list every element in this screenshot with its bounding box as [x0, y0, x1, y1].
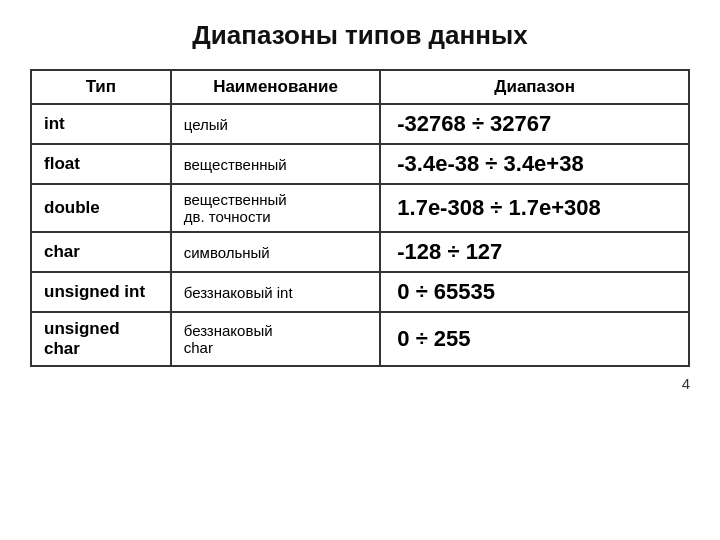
cell-name: символьный — [171, 232, 381, 272]
cell-range: -32768 ÷ 32767 — [380, 104, 689, 144]
cell-range: 1.7e-308 ÷ 1.7e+308 — [380, 184, 689, 232]
header-name: Наименование — [171, 70, 381, 104]
cell-type: int — [31, 104, 171, 144]
table-row: unsigned intбеззнаковый int0 ÷ 65535 — [31, 272, 689, 312]
cell-range: 0 ÷ 65535 — [380, 272, 689, 312]
cell-range: -3.4e-38 ÷ 3.4e+38 — [380, 144, 689, 184]
cell-type: double — [31, 184, 171, 232]
table-row: doubleвещественныйдв. точности1.7e-308 ÷… — [31, 184, 689, 232]
cell-name: целый — [171, 104, 381, 144]
page-number: 4 — [682, 375, 690, 392]
cell-range: -128 ÷ 127 — [380, 232, 689, 272]
cell-name: вещественный — [171, 144, 381, 184]
cell-range: 0 ÷ 255 — [380, 312, 689, 366]
page-title: Диапазоны типов данных — [192, 20, 527, 51]
cell-type: unsigned int — [31, 272, 171, 312]
cell-type: char — [31, 232, 171, 272]
table-row: unsignedcharбеззнаковыйchar0 ÷ 255 — [31, 312, 689, 366]
cell-type: float — [31, 144, 171, 184]
cell-name: беззнаковый int — [171, 272, 381, 312]
cell-type: unsignedchar — [31, 312, 171, 366]
header-type: Тип — [31, 70, 171, 104]
header-range: Диапазон — [380, 70, 689, 104]
cell-name: беззнаковыйchar — [171, 312, 381, 366]
table-row: charсимвольный-128 ÷ 127 — [31, 232, 689, 272]
table-row: intцелый-32768 ÷ 32767 — [31, 104, 689, 144]
cell-name: вещественныйдв. точности — [171, 184, 381, 232]
data-types-table: Тип Наименование Диапазон intцелый-32768… — [30, 69, 690, 367]
table-row: floatвещественный-3.4e-38 ÷ 3.4e+38 — [31, 144, 689, 184]
